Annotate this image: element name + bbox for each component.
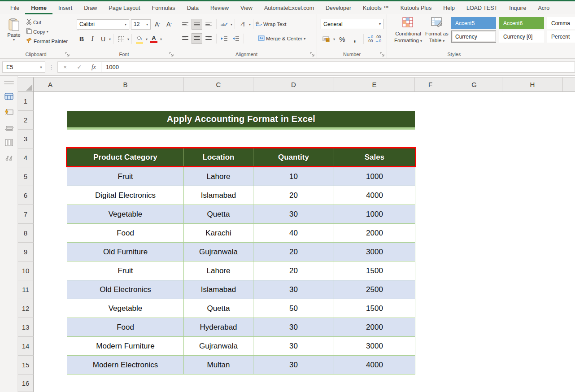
align-left-button[interactable] [180, 33, 191, 44]
tab-insert[interactable]: Insert [52, 1, 78, 14]
cell-c6[interactable]: Islamabad [184, 186, 253, 205]
accounting-format-dropdown[interactable]: ▾ [333, 37, 335, 41]
font-name-select[interactable]: Calibri▾ [77, 19, 129, 30]
cell-b13[interactable]: Food [67, 318, 184, 336]
copy-button[interactable]: Copy ▾ [26, 28, 68, 35]
increase-decimal-button[interactable]: ←0.00 [367, 35, 373, 43]
align-right-button[interactable] [203, 33, 214, 44]
cell-b7[interactable]: Vegetable [67, 205, 184, 223]
tab-review[interactable]: Review [205, 1, 235, 14]
column-header-b[interactable]: B [67, 77, 184, 92]
cell-d9[interactable]: 20 [253, 243, 334, 261]
tab-developer[interactable]: Developer [320, 1, 357, 14]
column-header-a[interactable]: A [34, 77, 67, 92]
decrease-decimal-button[interactable]: .00→0 [375, 35, 381, 43]
cell-b9[interactable]: Old Furniture [67, 243, 184, 261]
tab-formulas[interactable]: Formulas [146, 1, 181, 14]
tab-acrobat[interactable]: Acro [532, 1, 555, 14]
cell-e13[interactable]: 2000 [334, 318, 415, 336]
fill-color-button[interactable] [134, 34, 145, 44]
style-currency-0[interactable]: Currency [0] [499, 30, 544, 43]
cell-d13[interactable]: 30 [253, 318, 334, 336]
cell-b6[interactable]: Digital Electronics [67, 186, 184, 205]
column-header-partial[interactable] [563, 77, 575, 92]
font-size-select[interactable]: 12▾ [131, 19, 151, 30]
font-dialog-launcher[interactable] [169, 52, 174, 57]
font-color-button[interactable]: A [148, 34, 159, 44]
orientation-button[interactable]: ab [219, 19, 230, 30]
borders-button[interactable] [116, 34, 126, 44]
row-header-3[interactable]: 3 [18, 130, 34, 148]
cell-b5[interactable]: Fruit [67, 167, 184, 186]
underline-button[interactable]: U [98, 34, 108, 44]
column-list-pane-icon[interactable] [4, 137, 14, 148]
copy-dropdown[interactable]: ▾ [47, 30, 48, 34]
increase-indent-button[interactable] [231, 33, 241, 44]
select-all-corner[interactable] [18, 77, 34, 92]
cell-d5[interactable]: 10 [253, 167, 334, 186]
style-currency[interactable]: Currency [451, 30, 496, 43]
cell-b8[interactable]: Food [67, 224, 184, 242]
cell-d10[interactable]: 20 [253, 261, 334, 280]
underline-dropdown[interactable]: ▾ [109, 37, 111, 41]
fill-color-dropdown[interactable]: ▾ [146, 37, 148, 41]
cell-b11[interactable]: Old Electronics [67, 280, 184, 299]
format-as-table-button[interactable]: Format as Table ▾ [419, 17, 454, 44]
borders-dropdown[interactable]: ▾ [127, 37, 129, 41]
tab-load-test[interactable]: LOAD TEST [461, 1, 503, 14]
orientation-dropdown[interactable]: ▾ [231, 22, 232, 26]
column-header-f[interactable]: F [415, 77, 446, 92]
row-header-10[interactable]: 10 [18, 261, 34, 280]
cell-e5[interactable]: 1000 [334, 167, 415, 186]
cell-e6[interactable]: 4000 [334, 186, 415, 205]
row-header-12[interactable]: 12 [18, 299, 34, 318]
cell-c13[interactable]: Hyderabad [184, 318, 253, 336]
table-header-cell[interactable]: Product Category [67, 148, 184, 166]
cell-e7[interactable]: 1000 [334, 205, 415, 223]
cell-e8[interactable]: 2000 [334, 224, 415, 242]
tab-kutools[interactable]: Kutools ™ [357, 1, 395, 14]
pane-collapse-handle[interactable] [4, 81, 14, 84]
align-top-button[interactable] [180, 19, 191, 30]
row-header-5[interactable]: 5 [18, 167, 34, 186]
table-header-cell[interactable]: Location [184, 148, 253, 166]
cell-c5[interactable]: Lahore [184, 167, 253, 186]
cell-e14[interactable]: 3000 [334, 337, 415, 355]
column-header-h[interactable]: H [502, 77, 563, 92]
tab-home[interactable]: Home [25, 1, 52, 14]
cell-b15[interactable]: Modern Electronics [67, 356, 184, 374]
row-header-1[interactable]: 1 [18, 92, 34, 111]
row-header-14[interactable]: 14 [18, 337, 34, 356]
font-color-dropdown[interactable]: ▾ [160, 37, 162, 41]
cell-e9[interactable]: 3000 [334, 243, 415, 261]
autotext-pane-icon[interactable] [4, 107, 14, 118]
align-center-button[interactable] [192, 33, 202, 44]
row-header-9[interactable]: 9 [18, 243, 34, 261]
format-painter-button[interactable]: Format Painter [26, 38, 68, 44]
column-header-d[interactable]: D [253, 77, 334, 92]
row-header-13[interactable]: 13 [18, 318, 34, 337]
cell-e15[interactable]: 4000 [334, 356, 415, 374]
cut-button[interactable]: Cut [26, 19, 68, 26]
merge-center-button[interactable]: Merge & Center ▾ [258, 35, 305, 42]
cell-d8[interactable]: 40 [253, 224, 334, 242]
cell-c12[interactable]: Quetta [184, 299, 253, 318]
style-accent6[interactable]: Accent6 [499, 17, 544, 29]
row-header-2[interactable]: 2 [18, 111, 34, 130]
insert-function-icon[interactable]: fx [87, 64, 101, 71]
clipboard-pane-icon[interactable] [4, 122, 14, 133]
tab-file[interactable]: File [4, 1, 25, 14]
row-header-4[interactable]: 4 [18, 148, 34, 167]
column-header-e[interactable]: E [334, 77, 415, 92]
tab-view[interactable]: View [235, 1, 258, 14]
cell-d14[interactable]: 30 [253, 337, 334, 355]
tab-kutools-plus[interactable]: Kutools Plus [395, 1, 437, 14]
row-header-16[interactable]: 16 [18, 375, 34, 392]
tab-automateexcel[interactable]: AutomateExcel.com [258, 1, 320, 14]
cell-c14[interactable]: Gujranwala [184, 337, 253, 355]
cell-e11[interactable]: 2500 [334, 280, 415, 299]
align-bottom-button[interactable] [203, 19, 214, 30]
cell-c11[interactable]: Islamabad [184, 280, 253, 299]
paste-button[interactable]: Paste ▾ [4, 18, 24, 53]
cell-c8[interactable]: Karachi [184, 224, 253, 242]
